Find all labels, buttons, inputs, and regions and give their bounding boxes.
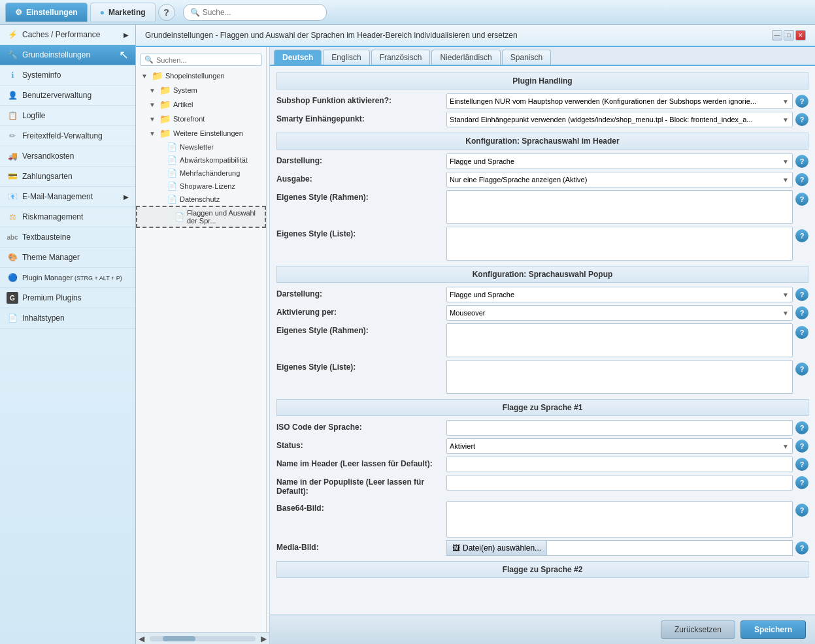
close-button[interactable]: ✕ bbox=[795, 30, 806, 40]
tree-node-storefront[interactable]: ▼ 📁 Storefront bbox=[136, 112, 266, 126]
email-icon: 📧 bbox=[7, 191, 18, 202]
tree-label-mehrfach: Mehrfachänderung bbox=[180, 169, 240, 177]
eigene-style-rahmen1-input[interactable] bbox=[446, 190, 793, 224]
tree-node-mehrfach[interactable]: 📄 Mehrfachänderung bbox=[136, 167, 266, 180]
minimize-button[interactable]: — bbox=[772, 30, 782, 40]
status-help[interactable]: ? bbox=[795, 440, 808, 453]
tree-node-flaggen[interactable]: 📄 Flaggen und Auswahl der Spr... bbox=[136, 206, 266, 228]
subshop-select[interactable]: Einstellungen NUR vom Hauptshop verwende… bbox=[446, 93, 793, 109]
tree-scroll-left[interactable]: ◀ bbox=[136, 634, 147, 643]
tree-search-input[interactable] bbox=[156, 56, 258, 64]
sidebar-item-inhaltstypen-label: Inhaltstypen bbox=[22, 314, 65, 323]
subshop-help[interactable]: ? bbox=[795, 95, 808, 108]
sidebar-item-systeminfo[interactable]: ℹ Systeminfo bbox=[0, 65, 135, 86]
eigene-style-liste2-help[interactable]: ? bbox=[795, 362, 808, 376]
tree-search-box[interactable]: 🔍 bbox=[140, 54, 262, 66]
caches-icon: ⚡ bbox=[7, 29, 18, 40]
tab-marketing[interactable]: ● Marketing bbox=[90, 3, 156, 22]
sidebar-item-plugin-manager[interactable]: 🔵 Plugin Manager (STRG + ALT + P) bbox=[0, 268, 135, 288]
eigene-style-rahmen1-help[interactable]: ? bbox=[795, 193, 808, 206]
smarty-help[interactable]: ? bbox=[795, 113, 808, 126]
theme-manager-icon: 🎨 bbox=[7, 251, 18, 263]
marketing-icon: ● bbox=[100, 8, 105, 17]
row-darstellung1: Darstellung: Flagge und Sprache ▼ ? bbox=[276, 153, 808, 169]
darstellung1-help[interactable]: ? bbox=[795, 155, 808, 168]
sidebar-item-grundeinstellungen[interactable]: 🔧 Grundeinstellungen ↖ bbox=[0, 45, 135, 65]
aktivierung-select[interactable]: Mouseover bbox=[446, 305, 793, 321]
status-select[interactable]: Aktiviert bbox=[446, 438, 793, 454]
reset-button[interactable]: Zurücksetzen bbox=[661, 620, 735, 639]
aktivierung-label: Aktivierung per: bbox=[276, 305, 446, 319]
tree-node-abwaerts[interactable]: 📄 Abwärtskompatibilität bbox=[136, 153, 266, 167]
ausgabe-help[interactable]: ? bbox=[795, 173, 808, 186]
iso-input[interactable] bbox=[446, 420, 793, 436]
tab-deutsch-label: Deutsch bbox=[282, 53, 313, 62]
tree-node-system[interactable]: ▼ 📁 System bbox=[136, 83, 266, 97]
tree-node-shopeinstellungen[interactable]: ▼ 📁 Shopeinstellungen bbox=[136, 69, 266, 83]
sidebar-item-email[interactable]: 📧 E-Mail-Management ▶ bbox=[0, 187, 135, 207]
tree-hscroll-thumb[interactable] bbox=[163, 636, 195, 641]
tree-label-abwaerts: Abwärtskompatibilität bbox=[180, 156, 248, 164]
darstellung2-select[interactable]: Flagge und Sprache bbox=[446, 287, 793, 302]
sidebar-item-theme-manager[interactable]: 🎨 Theme Manager bbox=[0, 248, 135, 268]
status-control: Aktiviert ▼ ? bbox=[446, 438, 808, 454]
eigene-style-liste1-control: ? bbox=[446, 227, 808, 261]
smarty-select-wrapper: Standard Einhängepunkt verwenden (widget… bbox=[446, 112, 793, 127]
tab-englisch[interactable]: Englisch bbox=[323, 50, 369, 65]
sidebar-item-premium-plugins[interactable]: G Premium Plugins bbox=[0, 288, 135, 308]
tab-deutsch[interactable]: Deutsch bbox=[274, 50, 322, 65]
eigene-style-liste1-input[interactable] bbox=[446, 227, 793, 261]
sidebar-item-caches[interactable]: ⚡ Caches / Performance ▶ bbox=[0, 25, 135, 45]
sidebar-item-textbausteine[interactable]: abc Textbausteine bbox=[0, 227, 135, 248]
base64-help[interactable]: ? bbox=[795, 504, 808, 517]
tree-node-weitere[interactable]: ▼ 📁 Weitere Einstellungen bbox=[136, 126, 266, 140]
eigene-style-rahmen2-help[interactable]: ? bbox=[795, 326, 808, 339]
help-button[interactable]: ? bbox=[158, 4, 175, 21]
row-darstellung2: Darstellung: Flagge und Sprache ▼ ? bbox=[276, 287, 808, 302]
premium-plugins-icon: G bbox=[7, 292, 18, 304]
maximize-button[interactable]: □ bbox=[784, 30, 794, 40]
tree-node-artikel[interactable]: ▼ 📁 Artikel bbox=[136, 97, 266, 112]
smarty-control: Standard Einhängepunkt verwenden (widget… bbox=[446, 112, 808, 127]
folder-icon-storefront: 📁 bbox=[159, 114, 171, 124]
eigene-style-liste1-help[interactable]: ? bbox=[795, 229, 808, 242]
aktivierung-help[interactable]: ? bbox=[795, 306, 808, 319]
sidebar-item-inhaltstypen[interactable]: 📄 Inhaltstypen bbox=[0, 308, 135, 329]
sidebar-item-benutzerverwaltung[interactable]: 👤 Benutzerverwaltung bbox=[0, 86, 135, 106]
subshop-control: Einstellungen NUR vom Hauptshop verwende… bbox=[446, 93, 808, 109]
tree-node-newsletter[interactable]: 📄 Newsletter bbox=[136, 140, 266, 153]
lang-tabs: Deutsch Englisch Französisch Niederländi… bbox=[270, 47, 815, 66]
smarty-select[interactable]: Standard Einhängepunkt verwenden (widget… bbox=[446, 112, 793, 127]
tree-node-datenschutz[interactable]: 📄 Datenschutz bbox=[136, 193, 266, 206]
darstellung1-select[interactable]: Flagge und Sprache bbox=[446, 153, 793, 169]
sidebar-item-riskmanagement[interactable]: ⚖ Riskmanagement bbox=[0, 207, 135, 227]
name-header-input[interactable] bbox=[446, 457, 793, 472]
name-header-help[interactable]: ? bbox=[795, 458, 808, 471]
sidebar-item-logfile[interactable]: 📋 Logfile bbox=[0, 106, 135, 126]
sidebar-item-zahlungsarten[interactable]: 💳 Zahlungsarten bbox=[0, 167, 135, 187]
name-popup-help[interactable]: ? bbox=[795, 476, 808, 489]
tab-niederlaendisch[interactable]: Niederländisch bbox=[431, 50, 500, 65]
search-bar[interactable]: 🔍 bbox=[183, 4, 327, 21]
darstellung2-help[interactable]: ? bbox=[795, 288, 808, 301]
tab-einstellungen[interactable]: ⚙ Einstellungen bbox=[5, 3, 88, 22]
media-btn[interactable]: 🖼 Datei(en) auswählen... bbox=[447, 541, 547, 555]
search-input[interactable] bbox=[203, 8, 320, 17]
name-popup-input[interactable] bbox=[446, 475, 793, 491]
tab-franzoesisch[interactable]: Französisch bbox=[371, 50, 431, 65]
tree-scroll-right[interactable]: ▶ bbox=[258, 634, 269, 643]
media-help[interactable]: ? bbox=[795, 541, 808, 555]
tab-spanisch[interactable]: Spanisch bbox=[502, 50, 551, 65]
iso-help[interactable]: ? bbox=[795, 421, 808, 434]
eigene-style-liste2-input[interactable] bbox=[446, 360, 793, 394]
base64-input[interactable] bbox=[446, 501, 793, 538]
sidebar-item-freitextfeld[interactable]: ✏ Freitextfeld-Verwaltung bbox=[0, 126, 135, 146]
ausgabe-select[interactable]: Nur eine Flagge/Sprache anzeigen (Aktive… bbox=[446, 172, 793, 187]
folder-icon-artikel: 📁 bbox=[159, 99, 171, 110]
save-button[interactable]: Speichern bbox=[740, 620, 806, 639]
content-area: Grundeinstellungen - Flaggen und Auswahl… bbox=[136, 25, 815, 644]
file-icon-shopware-lizenz: 📄 bbox=[167, 182, 177, 191]
tree-node-shopware-lizenz[interactable]: 📄 Shopware-Lizenz bbox=[136, 180, 266, 193]
eigene-style-rahmen2-input[interactable] bbox=[446, 323, 793, 357]
sidebar-item-versandkosten[interactable]: 🚚 Versandkosten bbox=[0, 146, 135, 167]
